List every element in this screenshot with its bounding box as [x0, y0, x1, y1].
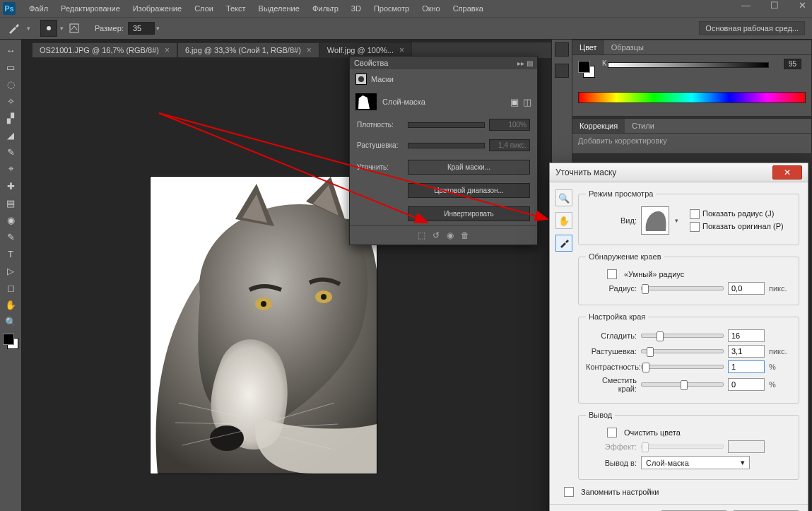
apply-mask-icon[interactable]: ↺ [433, 230, 440, 240]
view-thumbnail[interactable] [641, 206, 669, 235]
color-swatch-pair[interactable] [578, 61, 595, 78]
menu-help[interactable]: Справка [447, 0, 490, 17]
tool-crop[interactable]: ▞ [3, 110, 18, 126]
remember-checkbox[interactable] [564, 487, 574, 497]
wolf-image [151, 177, 377, 474]
window-maximize[interactable]: ☐ [770, 0, 779, 11]
density-slider[interactable] [408, 122, 485, 128]
tool-menu-chevron-icon[interactable]: ▾ [27, 25, 30, 32]
vector-mask-icon[interactable]: ◫ [523, 97, 531, 107]
document-tab-2[interactable]: 6.jpg @ 33,3% (Слой 1, RGB/8#) × [177, 42, 319, 58]
menu-filter[interactable]: Фильтр [306, 0, 345, 17]
tool-heal[interactable]: ✎ [3, 144, 18, 160]
tool-eraser[interactable]: ◉ [3, 212, 18, 228]
fg-swatch[interactable] [578, 61, 590, 73]
dialog-close-button[interactable]: ✕ [772, 165, 802, 180]
panel-collapse-icon[interactable]: ▸▸ ▤ [517, 59, 533, 67]
hue-strip[interactable] [578, 92, 806, 103]
decontaminate-checkbox[interactable] [607, 428, 617, 437]
tab-close-icon[interactable]: × [307, 45, 312, 55]
document-image[interactable] [151, 177, 377, 474]
tool-stamp[interactable]: ✚ [3, 178, 18, 194]
menu-window[interactable]: Окно [416, 0, 447, 17]
tool-history[interactable]: ▤ [3, 195, 18, 211]
dock-icon-1[interactable] [555, 42, 569, 57]
brush-panel-icon[interactable] [68, 22, 81, 35]
foreground-color-swatch[interactable] [3, 334, 14, 345]
hand-tool-icon[interactable]: ✋ [555, 212, 572, 229]
color-swatches[interactable] [3, 334, 18, 349]
brush-size-value[interactable]: 35 [128, 22, 155, 35]
tab-styles[interactable]: Стили [625, 119, 661, 133]
contrast-slider[interactable] [641, 365, 724, 369]
show-original-checkbox[interactable] [690, 222, 700, 232]
radius-unit: пикс. [769, 284, 792, 293]
pixel-mask-icon[interactable]: ▣ [510, 97, 519, 107]
mask-from-selection-icon[interactable]: ⬚ [418, 230, 425, 240]
delete-mask-icon[interactable]: 🗑 [461, 230, 469, 240]
mask-thumbnail[interactable] [355, 93, 377, 110]
tool-type[interactable]: T [3, 246, 18, 262]
menu-edit[interactable]: Редактирование [54, 0, 126, 17]
disable-mask-icon[interactable]: ◉ [447, 230, 454, 240]
tool-gradient[interactable]: ✎ [3, 229, 18, 245]
menu-3d[interactable]: 3D [345, 0, 367, 17]
workspace-switcher[interactable]: Основная рабочая сред... [699, 21, 805, 35]
k-slider[interactable] [608, 62, 769, 68]
show-radius-checkbox[interactable] [690, 209, 700, 219]
output-to-dropdown[interactable]: Слой-маска ▾ [641, 456, 750, 469]
radius-input[interactable] [728, 282, 765, 295]
size-chevron-icon[interactable]: ▾ [156, 25, 160, 32]
feather-value[interactable]: 1,4 пикс. [489, 139, 530, 151]
dock-icon-2[interactable] [555, 64, 569, 78]
tab-adjustments[interactable]: Коррекция [572, 119, 625, 133]
menu-image[interactable]: Изображение [126, 0, 188, 17]
smooth-slider[interactable] [641, 334, 724, 338]
feather2-slider[interactable] [641, 349, 724, 353]
zoom-tool-icon[interactable]: 🔍 [555, 189, 572, 206]
radius-slider[interactable] [641, 286, 724, 290]
shift-input[interactable] [728, 378, 765, 391]
refine-brush-icon[interactable] [555, 235, 572, 252]
tab-close-icon[interactable]: × [399, 45, 404, 55]
tool-wand[interactable]: ✧ [3, 93, 18, 109]
tool-path[interactable]: ▷ [3, 263, 18, 278]
tab-swatches[interactable]: Образцы [604, 40, 651, 54]
feather2-input[interactable] [728, 345, 765, 358]
feather-slider[interactable] [408, 143, 485, 148]
tab-close-icon[interactable]: × [165, 45, 170, 55]
mask-edge-button[interactable]: Край маски... [408, 160, 530, 175]
menu-file[interactable]: Файл [23, 0, 54, 17]
menu-text[interactable]: Текст [220, 0, 252, 17]
k-value[interactable]: 95 [784, 59, 801, 69]
refine-label: Уточнить: [357, 163, 404, 171]
tab-label: 6.jpg @ 33,3% (Слой 1, RGB/8#) [185, 46, 301, 54]
tool-eyedropper[interactable]: ◢ [3, 127, 18, 143]
tool-move[interactable]: ↔ [3, 42, 18, 58]
tool-shape[interactable]: ◻ [3, 280, 18, 295]
tab-color[interactable]: Цвет [572, 40, 604, 54]
window-minimize[interactable]: — [741, 0, 751, 11]
brush-chevron-icon[interactable]: ▾ [60, 25, 64, 32]
menu-select[interactable]: Выделение [252, 0, 306, 17]
shift-slider[interactable] [641, 382, 724, 387]
tool-zoom[interactable]: 🔍 [3, 314, 18, 329]
contrast-input[interactable] [728, 360, 765, 373]
smart-radius-checkbox[interactable] [607, 269, 617, 279]
smooth-input[interactable] [728, 329, 765, 342]
menu-layers[interactable]: Слои [188, 0, 220, 17]
menu-view[interactable]: Просмотр [367, 0, 416, 17]
tool-hand[interactable]: ✋ [3, 297, 18, 312]
brush-preview[interactable] [40, 20, 57, 37]
tool-marquee[interactable]: ▭ [3, 59, 18, 75]
document-tab-1[interactable]: OS21001.JPG @ 16,7% (RGB/8#) × [32, 42, 177, 58]
adjustments-hint: Добавить корректировку [572, 134, 811, 153]
invert-button[interactable]: Инвертировать [408, 206, 530, 221]
window-close[interactable]: ✕ [799, 0, 806, 11]
density-value[interactable]: 100% [489, 119, 530, 131]
shift-unit: % [769, 380, 792, 389]
view-chevron-icon[interactable]: ▾ [675, 217, 678, 224]
color-range-button[interactable]: Цветовой диапазон... [408, 183, 530, 198]
tool-brush[interactable]: ⌖ [3, 161, 18, 177]
tool-lasso[interactable]: ◌ [3, 76, 18, 92]
